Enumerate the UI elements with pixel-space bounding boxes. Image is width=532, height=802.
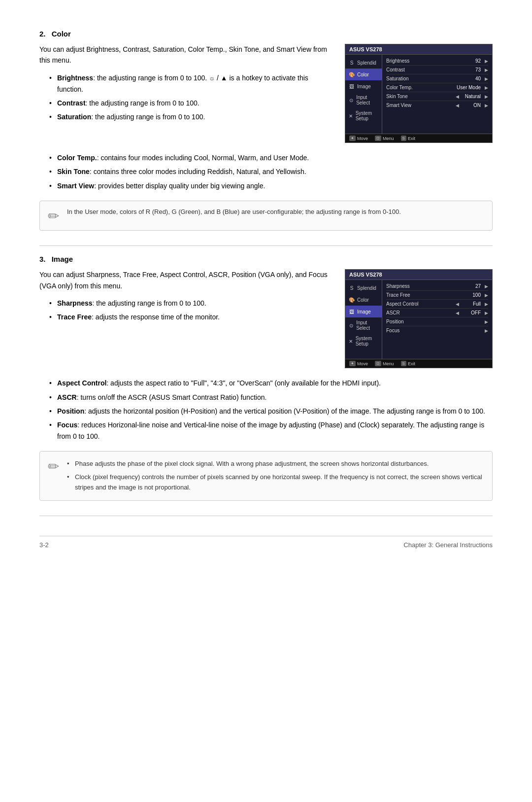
- footer-chapter: Chapter 3: General Instructions: [403, 541, 493, 549]
- osd-arrow-aspect-left: ◀: [456, 302, 459, 307]
- osd-img-sidebar-image: 🖼 Image: [345, 306, 382, 317]
- osd-label-tracefree: Trace Free: [386, 292, 459, 298]
- move-icon: ✦: [349, 136, 356, 141]
- section-image-two-col: You can adjust Sharpness, Trace Free, As…: [39, 269, 493, 368]
- section-image-bullets-lower: Aspect Control: adjusts the aspect ratio…: [49, 376, 493, 443]
- img-menu-icon: ⊡: [375, 361, 381, 366]
- osd-img-sidebar-input-label: Input Select: [356, 320, 379, 331]
- osd-row-ascr: ASCR ◀ OFF ▶: [386, 309, 488, 317]
- osd-sidebar-system-label: System Setup: [356, 110, 379, 121]
- img-move-icon: ✦: [349, 361, 356, 366]
- osd-img-footer-exit: S Exit: [401, 361, 415, 366]
- note-image-icon: ✏: [48, 458, 59, 475]
- osd-color-content: Brightness 92 ▶ Contrast 73 ▶ Saturation…: [382, 55, 492, 134]
- bullet-aspectcontrol-text: : adjusts the aspect ratio to "Full", "4…: [106, 379, 381, 387]
- osd-row-saturation: Saturation 40 ▶: [386, 74, 488, 83]
- bullet-contrast: Contrast: the adjusting range is from 0 …: [49, 96, 330, 110]
- bullet-smartview-label: Smart View: [57, 182, 94, 190]
- bullet-tracefree-label: Trace Free: [57, 313, 92, 321]
- osd-arrow-skintone-right: ▶: [485, 94, 488, 99]
- osd-sidebar-image-label: Image: [357, 84, 371, 89]
- osd-value-aspectcontrol: Full: [461, 301, 481, 307]
- osd-img-sidebar-splendid-label: Splendid: [357, 285, 376, 291]
- osd-label-smartview: Smart View: [386, 103, 452, 108]
- section-color-number: 2.: [39, 30, 46, 38]
- osd-arrow-ascr-right: ▶: [485, 311, 488, 315]
- osd-label-ascr: ASCR: [386, 310, 452, 315]
- bullet-position-text: : adjusts the horizontal position (H-Pos…: [84, 407, 485, 415]
- osd-img-sidebar-splendid: S Splendid: [345, 282, 382, 294]
- osd-image-title: ASUS VS278: [345, 270, 492, 280]
- osd-color-footer: ✦ Move ⊡ Menu S Exit: [345, 134, 492, 142]
- osd-row-focus: Focus ▶: [386, 326, 488, 335]
- section-color: 2. Color You can adjust Brightness, Cont…: [39, 30, 493, 231]
- osd-arrow-contrast: ▶: [485, 68, 488, 72]
- divider-1: [39, 245, 493, 246]
- bullet-brightness-label: Brightness: [57, 74, 93, 82]
- bullet-skintone: Skin Tone: contains three color modes in…: [49, 165, 493, 178]
- osd-footer-move-label: Move: [357, 136, 368, 141]
- osd-footer-exit-label: Exit: [408, 136, 415, 141]
- osd-value-smartview: ON: [461, 103, 481, 108]
- osd-label-aspectcontrol: Aspect Control: [386, 301, 452, 307]
- note-image: ✏ Phase adjusts the phase of the pixel c…: [39, 451, 493, 500]
- bullet-brightness: Brightness: the adjusting range is from …: [49, 71, 330, 96]
- osd-arrow-smartview-right: ▶: [485, 103, 488, 108]
- section-color-header: 2. Color: [39, 30, 493, 38]
- osd-image-footer: ✦ Move ⊡ Menu S Exit: [345, 359, 492, 368]
- osd-footer-exit: S Exit: [401, 136, 415, 141]
- bullet-smartview: Smart View: provides better display qual…: [49, 179, 493, 193]
- section-image-number: 3.: [39, 255, 46, 263]
- note-image-text: Phase adjusts the phase of the pixel clo…: [67, 457, 484, 494]
- osd-img-sidebar-color: 🎨 Color: [345, 294, 382, 306]
- osd-row-brightness: Brightness 92 ▶: [386, 57, 488, 66]
- bullet-saturation: Saturation: the adjusting range is from …: [49, 110, 330, 124]
- osd-arrow-position: ▶: [485, 319, 488, 324]
- bullet-position: Position: adjusts the horizontal positio…: [49, 404, 493, 418]
- osd-value-ascr: OFF: [461, 310, 481, 315]
- osd-value-skintone: Natural: [461, 94, 481, 99]
- osd-img-sidebar-color-label: Color: [357, 297, 369, 303]
- page-footer: 3-2 Chapter 3: General Instructions: [39, 536, 493, 549]
- bullet-sharpness-label: Sharpness: [57, 299, 93, 307]
- osd-label-skintone: Skin Tone: [386, 94, 452, 99]
- osd-row-aspectcontrol: Aspect Control ◀ Full ▶: [386, 300, 488, 309]
- section-image: 3. Image You can adjust Sharpness, Trace…: [39, 255, 493, 500]
- bullet-ascr-text: : turns on/off the ASCR (ASUS Smart Cont…: [77, 393, 267, 401]
- sun-icon: ☼: [209, 73, 215, 84]
- section-image-bullets-left: Sharpness: the adjusting range is from 0…: [49, 296, 330, 324]
- osd-row-skintone: Skin Tone ◀ Natural ▶: [386, 92, 488, 101]
- bullet-tracefree: Trace Free: adjusts the response time of…: [49, 310, 330, 324]
- osd-img-sidebar-system: ✕ System Setup: [345, 333, 382, 349]
- osd-footer-menu: ⊡ Menu: [375, 136, 394, 141]
- section-color-intro: You can adjust Brightness, Contrast, Sat…: [39, 44, 330, 66]
- osd-label-saturation: Saturation: [386, 76, 459, 81]
- section-color-text: You can adjust Brightness, Contrast, Sat…: [39, 44, 330, 143]
- osd-row-position: Position ▶: [386, 317, 488, 326]
- osd-image-body: S Splendid 🎨 Color 🖼 Image ⊙ Input Selec…: [345, 280, 492, 359]
- section-image-intro: You can adjust Sharpness, Trace Free, As…: [39, 269, 330, 291]
- system-icon: ✕: [348, 112, 354, 119]
- img-image-icon: 🖼: [348, 308, 355, 315]
- splendid-icon: S: [348, 59, 355, 66]
- osd-arrow-colortemp: ▶: [485, 85, 488, 90]
- osd-arrow-tracefree: ▶: [485, 293, 488, 298]
- bullet-tracefree-text: : adjusts the response time of the monit…: [92, 313, 220, 321]
- osd-value-contrast: 73: [461, 67, 481, 72]
- footer-page-number: 3-2: [39, 541, 49, 549]
- osd-arrow-saturation: ▶: [485, 76, 488, 81]
- osd-value-brightness: 92: [461, 58, 481, 64]
- osd-sidebar-color-label: Color: [357, 72, 369, 77]
- exit-icon: S: [401, 136, 406, 141]
- osd-sidebar-color: 🎨 Color: [345, 69, 382, 80]
- osd-arrow-sharpness: ▶: [485, 284, 488, 289]
- osd-row-tracefree: Trace Free 100 ▶: [386, 291, 488, 300]
- osd-color: ASUS VS278 S Splendid 🎨 Color 🖼 Image: [345, 44, 493, 143]
- section-color-bullets-lower: Color Temp.: contains four modes includi…: [49, 151, 493, 193]
- osd-arrow-smartview-left: ◀: [456, 103, 459, 108]
- section-image-text: You can adjust Sharpness, Trace Free, As…: [39, 269, 330, 368]
- osd-label-brightness: Brightness: [386, 58, 459, 64]
- osd-sidebar-image: 🖼 Image: [345, 80, 382, 92]
- bullet-saturation-label: Saturation: [57, 113, 91, 121]
- osd-row-sharpness: Sharpness 27 ▶: [386, 282, 488, 291]
